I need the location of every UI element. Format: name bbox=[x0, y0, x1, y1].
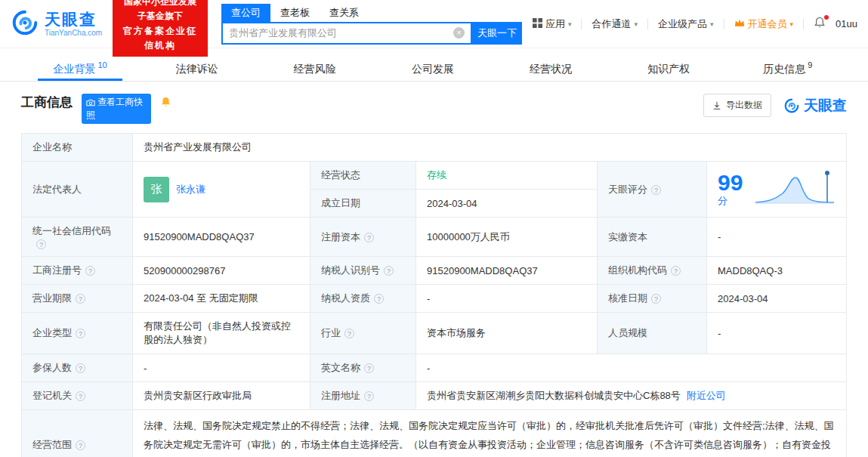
establish-date-value: 2024-03-04 bbox=[416, 190, 598, 218]
field-label: 企业类型? bbox=[22, 313, 133, 354]
tab-operating-risk[interactable]: 经营风险 bbox=[257, 48, 375, 81]
field-label: 实缴资本 bbox=[598, 218, 707, 257]
term-value: 2024-03-04 至 无固定期限 bbox=[133, 285, 310, 313]
search-input[interactable] bbox=[223, 27, 453, 39]
nav-cooperation[interactable]: 合作通道 ▾ bbox=[592, 17, 638, 31]
top-nav: 应用 ▾ 合作通道 ▾ 企业级产品 ▾ 开通会员 ▾ 01 bbox=[533, 17, 857, 31]
nav-enterprise-label: 企业级产品 bbox=[658, 17, 707, 31]
field-label: 行业? bbox=[310, 313, 416, 354]
search-tab-company[interactable]: 查公司 bbox=[221, 4, 270, 22]
search-tab-boss[interactable]: 查老板 bbox=[270, 4, 320, 22]
monitor-bell-icon[interactable] bbox=[160, 96, 171, 110]
company-section-tabs: 企业背景10 法律诉讼 经营风险 公司发展 经营状况 知识产权 历史信息9 bbox=[0, 48, 868, 82]
help-icon[interactable]: ? bbox=[344, 329, 354, 338]
section-title: 工商信息 bbox=[21, 94, 73, 112]
nav-apps[interactable]: 应用 ▾ bbox=[533, 17, 572, 31]
table-row: 参保人数? - 英文名称? - bbox=[22, 354, 847, 382]
help-icon[interactable]: ? bbox=[85, 266, 95, 276]
clear-icon[interactable]: × bbox=[453, 27, 465, 39]
score-unit: 分 bbox=[718, 195, 727, 206]
nav-vip-upgrade[interactable]: 开通会员 ▾ bbox=[734, 17, 794, 31]
help-icon[interactable]: ? bbox=[364, 233, 374, 242]
approval-date-value: 2024-03-04 bbox=[707, 285, 847, 313]
table-row: 登记机关? 贵州贵安新区行政审批局 注册地址? 贵州省贵安新区湖潮乡贵阳大数据科… bbox=[22, 382, 847, 410]
field-label: 纳税人资质? bbox=[310, 285, 416, 313]
chevron-down-icon: ▾ bbox=[634, 20, 638, 28]
field-label: 法定代表人 bbox=[22, 162, 133, 218]
business-snapshot-button[interactable]: 查看工商快照 bbox=[82, 94, 151, 124]
tab-label: 公司发展 bbox=[412, 63, 454, 75]
score-value: 99 bbox=[718, 170, 743, 195]
help-icon[interactable]: ? bbox=[364, 391, 374, 401]
watermark-text: 天眼查 bbox=[804, 96, 847, 116]
tab-company-development[interactable]: 公司发展 bbox=[375, 48, 493, 81]
tab-legal-proceedings[interactable]: 法律诉讼 bbox=[139, 48, 257, 81]
help-icon[interactable]: ? bbox=[76, 391, 85, 401]
chevron-down-icon: ▾ bbox=[790, 20, 794, 28]
nav-separator bbox=[647, 19, 648, 29]
field-label: 经营状态 bbox=[310, 162, 416, 190]
search-area: 查公司 查老板 查关系 × 天眼一下 bbox=[221, 4, 522, 45]
tab-label: 经营风险 bbox=[294, 63, 336, 75]
user-menu[interactable]: 01uu bbox=[836, 18, 857, 29]
help-icon[interactable]: ? bbox=[36, 239, 46, 249]
camera-icon bbox=[86, 99, 95, 107]
score-chart bbox=[754, 168, 836, 210]
tab-count: 9 bbox=[808, 60, 812, 69]
business-info-header: 工商信息 查看工商快照 导出数据 天眼查 bbox=[21, 94, 847, 124]
nav-apps-label: 应用 bbox=[545, 17, 565, 31]
notification-dot bbox=[824, 15, 829, 20]
export-data-button[interactable]: 导出数据 bbox=[703, 94, 771, 117]
help-icon[interactable]: ? bbox=[76, 440, 85, 450]
help-icon[interactable]: ? bbox=[651, 185, 661, 195]
export-label: 导出数据 bbox=[726, 99, 762, 112]
top-header: 天眼查 TianYanCha.com 国家中小企业发展子基金旗下 官方备案企业征… bbox=[0, 0, 868, 48]
nav-vip-label: 开通会员 bbox=[748, 17, 787, 31]
help-icon[interactable]: ? bbox=[671, 266, 681, 276]
table-row: 企业类型? 有限责任公司（非自然人投资或控股的法人独资） 行业? 资本市场服务 … bbox=[22, 313, 847, 354]
insured-count-value: - bbox=[133, 354, 310, 382]
gov-badge-line1: 国家中小企业发展子基金旗下 bbox=[119, 0, 201, 24]
username: 01uu bbox=[836, 18, 857, 29]
table-row: 经营范围? 法律、法规、国务院决定规定禁止的不得经营；法律、法规、国务院决定规定… bbox=[22, 410, 847, 457]
help-icon[interactable]: ? bbox=[76, 329, 85, 338]
search-button[interactable]: 天眼一下 bbox=[472, 22, 522, 45]
legal-rep-avatar[interactable]: 张 bbox=[144, 177, 169, 202]
tab-history-info[interactable]: 历史信息9 bbox=[729, 48, 847, 81]
business-info-table: 企业名称 贵州省产业发展有限公司 法定代表人 张 张永谦 经营状态 存续 天眼评… bbox=[21, 133, 847, 457]
business-scope-value: 法律、法规、国务院决定规定禁止的不得经营；法律、法规、国务院决定规定应当许可（审… bbox=[133, 410, 847, 457]
table-row: 营业期限? 2024-03-04 至 无固定期限 纳税人资质? - 核准日期? … bbox=[22, 285, 847, 313]
help-icon[interactable]: ? bbox=[374, 294, 384, 304]
english-name-value: - bbox=[416, 354, 847, 382]
score-cell: 99分 bbox=[707, 162, 847, 218]
field-label: 纳税人识别号? bbox=[310, 257, 416, 285]
tab-count: 10 bbox=[97, 60, 107, 69]
brand-domain: TianYanCha.com bbox=[45, 29, 102, 37]
nearby-companies-link[interactable]: 附近公司 bbox=[687, 390, 726, 401]
nav-separator bbox=[581, 19, 582, 29]
search-tabs: 查公司 查老板 查关系 bbox=[221, 4, 522, 22]
help-icon[interactable]: ? bbox=[76, 363, 85, 373]
industry-value: 资本市场服务 bbox=[416, 313, 598, 354]
help-icon[interactable]: ? bbox=[76, 294, 85, 304]
legal-rep-link[interactable]: 张永谦 bbox=[176, 183, 205, 196]
search-box: × bbox=[221, 22, 472, 45]
field-label: 英文名称? bbox=[310, 354, 416, 382]
field-label: 工商注册号? bbox=[22, 257, 133, 285]
help-icon[interactable]: ? bbox=[651, 294, 661, 304]
company-type-value: 有限责任公司（非自然人投资或控股的法人独资） bbox=[133, 313, 310, 354]
reg-capital-value: 10000000万人民币 bbox=[416, 218, 598, 257]
taxpayer-id-value: 91520900MADD8QAQ37 bbox=[416, 257, 598, 285]
chevron-down-icon: ▾ bbox=[568, 20, 572, 28]
help-icon[interactable]: ? bbox=[384, 266, 394, 276]
tab-company-background[interactable]: 企业背景10 bbox=[21, 48, 139, 81]
tab-intellectual-property[interactable]: 知识产权 bbox=[611, 48, 729, 81]
tab-operating-status[interactable]: 经营状况 bbox=[493, 48, 611, 81]
search-tab-relation[interactable]: 查关系 bbox=[320, 4, 369, 22]
help-icon[interactable]: ? bbox=[364, 363, 374, 373]
tianyancha-logo[interactable]: 天眼查 TianYanCha.com bbox=[11, 8, 102, 39]
notification-bell[interactable] bbox=[814, 17, 826, 31]
tab-label: 历史信息 bbox=[763, 63, 805, 75]
reg-number-value: 520900000298767 bbox=[133, 257, 310, 285]
nav-enterprise-products[interactable]: 企业级产品 ▾ bbox=[658, 17, 714, 31]
